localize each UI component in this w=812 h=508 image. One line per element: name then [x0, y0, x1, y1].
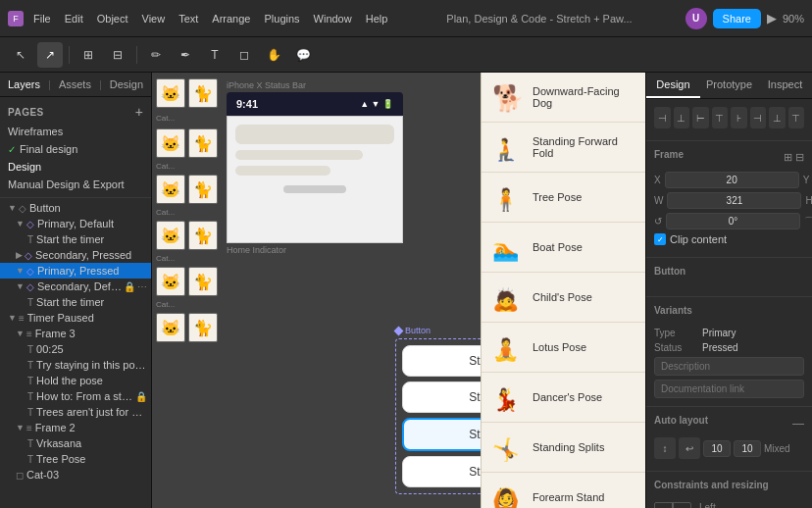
layer-tree-pose[interactable]: T Tree Pose	[0, 451, 151, 467]
description-input[interactable]	[654, 357, 804, 376]
button-section-header: Button	[654, 266, 804, 282]
yoga-item-6[interactable]: 💃 Dancer's Pose	[482, 373, 645, 423]
menu-arrange[interactable]: Arrange	[206, 11, 256, 26]
align-center-h-btn[interactable]: ⊥	[674, 107, 690, 128]
rotation-input[interactable]	[666, 213, 800, 229]
thumbnail-8: 🐈	[188, 221, 218, 250]
variant-icon: ◇	[26, 281, 34, 292]
menu-file[interactable]: File	[27, 11, 57, 26]
tool-hand[interactable]: ✋	[261, 42, 286, 68]
al-padding-input[interactable]	[734, 440, 761, 457]
document-title: Plan, Design & Code - Stretch + Paw...	[399, 13, 679, 25]
menu-view[interactable]: View	[136, 11, 172, 26]
tab-design[interactable]: Design	[110, 76, 143, 92]
menu-object[interactable]: Object	[91, 11, 134, 26]
yoga-item-1[interactable]: 🧎 Standing Forward Fold	[482, 123, 645, 173]
dist-v-btn[interactable]: ⊤	[788, 107, 805, 128]
yoga-item-7[interactable]: 🤸 Standing Splits	[482, 423, 645, 473]
tool-shapes[interactable]: ◻	[231, 42, 257, 68]
yoga-item-5[interactable]: 🧘 Lotus Pose	[482, 323, 645, 373]
page-manual[interactable]: Manual Design & Export	[0, 176, 151, 193]
tab-inspect[interactable]: Inspect	[758, 73, 812, 98]
yoga-item-3[interactable]: 🏊 Boat Pose	[482, 223, 645, 273]
yoga-item-2[interactable]: 🧍 Tree Pose	[482, 173, 645, 223]
frame-section: Frame ⊞ ⊟ X Y W H ↺ ⌒	[646, 141, 812, 258]
align-left-btn[interactable]: ⊣	[654, 107, 671, 128]
expand-frame-btn[interactable]: ⊞	[784, 151, 792, 164]
align-section: ⊣ ⊥ ⊢ ⊤ ⊦ ⊣ ⊥ ⊤	[646, 99, 812, 141]
align-bottom-btn[interactable]: ⊣	[750, 107, 767, 128]
tab-assets[interactable]: Assets	[59, 76, 91, 92]
tab-design[interactable]: Design	[646, 73, 700, 98]
yoga-item-0[interactable]: 🐕 Downward-Facing Dog	[482, 73, 645, 123]
layer-time[interactable]: T 00:25	[0, 341, 151, 357]
share-button[interactable]: Share	[713, 9, 761, 28]
layer-timer-paused-label: Timer Paused	[27, 312, 147, 324]
layer-cat03[interactable]: ◻ Cat-03	[0, 467, 151, 483]
layer-start-timer-1[interactable]: T Start the timer	[0, 231, 151, 247]
w-input[interactable]	[667, 192, 801, 209]
menu-edit[interactable]: Edit	[59, 11, 89, 26]
tool-select[interactable]: ↗	[37, 42, 63, 68]
canvas[interactable]: 🐱 🐈 Cat... 🐱 🐈 Cat... 🐱	[152, 73, 645, 508]
layer-howto[interactable]: T How to: From a stan... 🔒	[0, 388, 151, 404]
al-spacing-input[interactable]	[703, 440, 731, 457]
auto-layout-collapse-btn[interactable]: —	[792, 417, 804, 431]
home-indicator	[283, 185, 347, 193]
layer-secondary-default[interactable]: ▼ ◇ Secondary, Default 🔒 ⋯	[0, 279, 151, 294]
layer-timer-paused[interactable]: ▼ ≡ Timer Paused	[0, 310, 151, 326]
al-wrap-btn[interactable]: ↩	[679, 437, 700, 459]
clip-checkbox[interactable]: ✓	[654, 233, 666, 245]
layer-try-staying[interactable]: T Try staying in this pose f...	[0, 357, 151, 373]
collapse-frame-btn[interactable]: ⊟	[795, 151, 804, 164]
align-center-v-btn[interactable]: ⊦	[731, 107, 747, 128]
tab-prototype[interactable]: Prototype	[700, 73, 758, 98]
layer-primary-default[interactable]: ▼ ◇ Primary, Default	[0, 216, 151, 231]
tool-move[interactable]: ↖	[8, 42, 33, 68]
tab-layers[interactable]: Layers	[8, 76, 40, 92]
add-page-button[interactable]: +	[135, 104, 143, 120]
yoga-item-4[interactable]: 🙇 Child's Pose	[482, 273, 645, 323]
doc-link-input[interactable]	[654, 380, 804, 398]
layer-secondary-pressed[interactable]: ▶ ◇ Secondary, Pressed	[0, 247, 151, 263]
layer-start-timer-2[interactable]: T Start the timer	[0, 294, 151, 310]
tool-grid[interactable]: ⊟	[105, 42, 130, 68]
menu-window[interactable]: Window	[308, 11, 358, 26]
dist-h-btn[interactable]: ⊥	[769, 107, 786, 128]
yoga-icon-4: 🙇	[491, 280, 525, 314]
menu-plugins[interactable]: Plugins	[258, 11, 305, 26]
align-right-btn[interactable]: ⊢	[692, 107, 709, 128]
tool-text[interactable]: T	[202, 42, 228, 68]
pages-section: Pages + Wireframes ✓ Final design Design…	[0, 97, 151, 198]
yoga-name-3: Boat Pose	[533, 241, 583, 253]
layer-hold-pose[interactable]: T Hold the pose	[0, 373, 151, 388]
layer-frame2[interactable]: ▼ ≡ Frame 2	[0, 420, 151, 435]
yoga-name-8: Forearm Stand	[533, 491, 604, 503]
w-label: W	[654, 195, 663, 206]
figma-logo[interactable]: F	[8, 11, 24, 26]
cat-icon-4: 🐈	[193, 134, 213, 153]
x-input[interactable]	[665, 172, 799, 188]
al-direction-btn[interactable]: ↕	[654, 437, 676, 459]
tool-comment[interactable]: 💬	[290, 42, 316, 68]
layer-primary-pressed[interactable]: ▼ ◇ Primary, Pressed	[0, 263, 151, 279]
layer-trees[interactable]: T Trees aren't just for climbing a...	[0, 404, 151, 420]
yoga-poses-list[interactable]: 🐕 Downward-Facing Dog 🧎 Standing Forward…	[481, 73, 645, 508]
tool-frame[interactable]: ⊞	[76, 42, 101, 68]
tool-pen[interactable]: ✏	[143, 42, 169, 68]
page-design[interactable]: Design	[0, 158, 151, 176]
page-wireframes[interactable]: Wireframes	[0, 123, 151, 140]
layer-button[interactable]: ▼ ◇ Button	[0, 200, 151, 216]
menu-help[interactable]: Help	[360, 11, 394, 26]
tool-pencil[interactable]: ✒	[173, 42, 198, 68]
align-top-btn[interactable]: ⊤	[712, 107, 729, 128]
yoga-item-8[interactable]: 🙆 Forearm Stand	[482, 473, 645, 508]
button-section-title: Button	[654, 266, 685, 277]
layer-cat03-label: Cat-03	[26, 469, 147, 481]
layer-frame3[interactable]: ▼ ≡ Frame 3	[0, 326, 151, 341]
layer-vrkasana[interactable]: T Vrkasana	[0, 435, 151, 451]
page-final-design[interactable]: ✓ Final design	[0, 140, 151, 158]
menu-text[interactable]: Text	[173, 11, 204, 26]
text-icon: T	[27, 234, 33, 245]
play-button[interactable]: ▶	[767, 11, 777, 25]
